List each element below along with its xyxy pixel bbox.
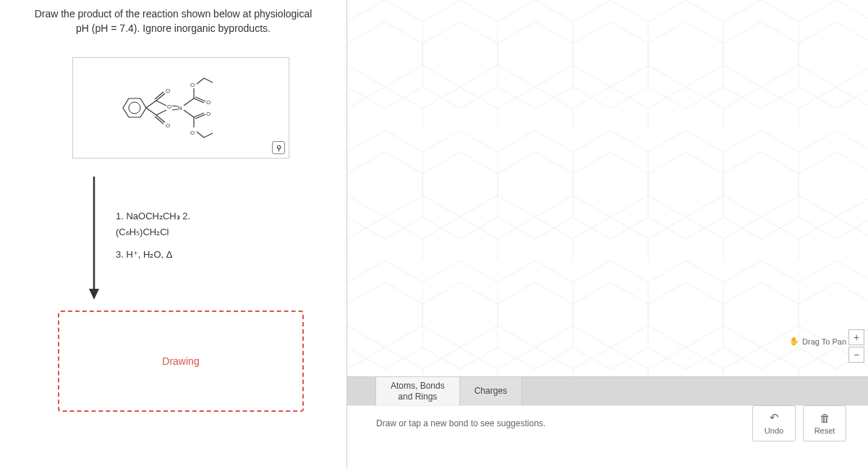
svg-text:O: O — [206, 99, 210, 106]
hint-text: Draw or tap a new bond to see suggestion… — [376, 418, 752, 428]
tab-atoms-bonds[interactable]: Atoms, Bonds and Rings — [376, 377, 460, 405]
svg-marker-0 — [123, 98, 146, 117]
svg-line-30 — [197, 132, 204, 138]
svg-line-31 — [204, 133, 213, 138]
zoom-in-button[interactable]: + — [848, 329, 864, 345]
question-text: Draw the product of the reaction shown b… — [14, 7, 332, 35]
svg-rect-37 — [347, 0, 868, 376]
question-panel: Draw the product of the reaction shown b… — [0, 0, 347, 469]
starting-material-box: O O O N — [72, 57, 289, 159]
hand-icon: ✋ — [789, 337, 799, 346]
trash-icon: 🗑 — [820, 412, 830, 424]
reset-button[interactable]: 🗑 Reset — [803, 405, 846, 441]
reaction-arrow — [87, 173, 101, 303]
drawing-canvas-panel: ✋ Drag To Pan + − Atoms, Bonds and Rings… — [347, 0, 868, 469]
molecule-structure: O O O N — [109, 68, 253, 148]
reagent-step-1: 1. NaOCH₂CH₃ 2. — [116, 209, 190, 224]
svg-marker-33 — [89, 289, 99, 300]
drawing-label: Drawing — [162, 355, 199, 367]
svg-line-14 — [172, 106, 178, 106]
reagent-conditions: 1. NaOCH₂CH₃ 2. (C₆H₅)CH₂Cl 3. H⁺, H₂O, … — [116, 209, 190, 263]
tool-tabs: Atoms, Bonds and Rings Charges — [347, 376, 868, 405]
tab-charges[interactable]: Charges — [460, 377, 522, 405]
svg-line-7 — [156, 101, 166, 106]
question-line-2: pH (pH = 7.4). Ignore inorganic byproduc… — [76, 22, 271, 34]
svg-point-1 — [129, 102, 140, 114]
svg-text:N: N — [178, 105, 182, 111]
drawing-answer-box[interactable]: Drawing — [58, 310, 304, 412]
bottom-toolbar: Atoms, Bonds and Rings Charges Draw or t… — [347, 376, 868, 469]
magnify-icon: ⚲ — [276, 144, 281, 152]
svg-line-26 — [195, 114, 205, 119]
svg-text:O: O — [166, 122, 170, 129]
svg-line-2 — [146, 101, 156, 108]
zoom-controls: + − — [848, 329, 864, 363]
zoom-structure-button[interactable]: ⚲ — [272, 141, 285, 154]
reagent-step-2: (C₆H₅)CH₂Cl — [116, 225, 190, 240]
hexagonal-grid[interactable] — [347, 0, 868, 376]
svg-line-3 — [146, 108, 156, 115]
svg-line-18 — [194, 98, 204, 103]
svg-line-17 — [184, 110, 194, 117]
drag-to-pan-label: ✋ Drag To Pan — [789, 337, 846, 346]
svg-text:O: O — [166, 88, 170, 94]
svg-line-16 — [184, 98, 194, 106]
svg-text:O: O — [190, 130, 195, 136]
undo-icon: ↶ — [770, 411, 779, 424]
svg-text:O: O — [167, 103, 171, 110]
svg-text:O: O — [190, 82, 195, 88]
svg-line-23 — [197, 78, 204, 84]
svg-line-25 — [194, 113, 204, 117]
svg-line-15 — [172, 109, 178, 110]
reagent-step-3: 3. H⁺, H₂O, Δ — [116, 248, 190, 262]
zoom-out-button[interactable]: − — [848, 347, 864, 363]
svg-line-12 — [156, 110, 166, 115]
svg-line-19 — [195, 97, 205, 101]
svg-line-24 — [204, 78, 213, 83]
undo-button[interactable]: ↶ Undo — [752, 405, 796, 441]
question-line-1: Draw the product of the reaction shown b… — [35, 8, 312, 20]
svg-text:O: O — [206, 111, 210, 117]
